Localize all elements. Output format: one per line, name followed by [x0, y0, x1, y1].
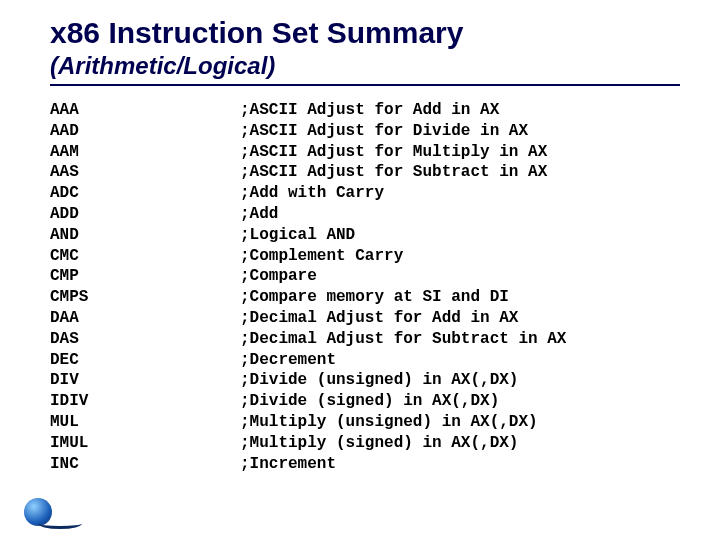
mnemonic-cell: AND: [50, 225, 240, 246]
slide-title: x86 Instruction Set Summary: [50, 10, 680, 50]
description-cell: ;Divide (unsigned) in AX(,DX): [240, 370, 566, 391]
mnemonic-cell: MUL: [50, 412, 240, 433]
table-row: AAA;ASCII Adjust for Add in AX: [50, 100, 566, 121]
table-row: AAS;ASCII Adjust for Subtract in AX: [50, 162, 566, 183]
description-cell: ;Increment: [240, 454, 566, 475]
mnemonic-cell: INC: [50, 454, 240, 475]
table-row: CMC;Complement Carry: [50, 246, 566, 267]
mnemonic-cell: DAA: [50, 308, 240, 329]
footer-logo: [24, 498, 84, 528]
table-row: MUL;Multiply (unsigned) in AX(,DX): [50, 412, 566, 433]
table-row: DIV;Divide (unsigned) in AX(,DX): [50, 370, 566, 391]
description-cell: ;Complement Carry: [240, 246, 566, 267]
title-divider: [50, 84, 680, 86]
mnemonic-cell: ADC: [50, 183, 240, 204]
table-row: IMUL;Multiply (signed) in AX(,DX): [50, 433, 566, 454]
slide-subtitle: (Arithmetic/Logical): [50, 52, 680, 80]
mnemonic-cell: AAM: [50, 142, 240, 163]
description-cell: ;ASCII Adjust for Add in AX: [240, 100, 566, 121]
table-row: IDIV;Divide (signed) in AX(,DX): [50, 391, 566, 412]
table-row: CMPS;Compare memory at SI and DI: [50, 287, 566, 308]
description-cell: ;Decimal Adjust for Add in AX: [240, 308, 566, 329]
description-cell: ;Compare memory at SI and DI: [240, 287, 566, 308]
table-row: CMP;Compare: [50, 266, 566, 287]
description-cell: ;Multiply (unsigned) in AX(,DX): [240, 412, 566, 433]
mnemonic-cell: ADD: [50, 204, 240, 225]
mnemonic-cell: DEC: [50, 350, 240, 371]
mnemonic-cell: IDIV: [50, 391, 240, 412]
description-cell: ;ASCII Adjust for Subtract in AX: [240, 162, 566, 183]
mnemonic-cell: CMPS: [50, 287, 240, 308]
description-cell: ;Add with Carry: [240, 183, 566, 204]
description-cell: ;Multiply (signed) in AX(,DX): [240, 433, 566, 454]
description-cell: ;ASCII Adjust for Divide in AX: [240, 121, 566, 142]
description-cell: ;Add: [240, 204, 566, 225]
description-cell: ;ASCII Adjust for Multiply in AX: [240, 142, 566, 163]
table-row: INC;Increment: [50, 454, 566, 475]
slide: x86 Instruction Set Summary (Arithmetic/…: [0, 0, 720, 540]
table-row: DAA;Decimal Adjust for Add in AX: [50, 308, 566, 329]
description-cell: ;Divide (signed) in AX(,DX): [240, 391, 566, 412]
table-row: ADC;Add with Carry: [50, 183, 566, 204]
mnemonic-cell: CMC: [50, 246, 240, 267]
instruction-table: AAA;ASCII Adjust for Add in AXAAD;ASCII …: [50, 100, 566, 474]
mnemonic-cell: AAA: [50, 100, 240, 121]
table-row: AND;Logical AND: [50, 225, 566, 246]
mnemonic-cell: IMUL: [50, 433, 240, 454]
table-row: ADD;Add: [50, 204, 566, 225]
mnemonic-cell: AAS: [50, 162, 240, 183]
mnemonic-cell: AAD: [50, 121, 240, 142]
description-cell: ;Logical AND: [240, 225, 566, 246]
table-row: AAD;ASCII Adjust for Divide in AX: [50, 121, 566, 142]
mnemonic-cell: DAS: [50, 329, 240, 350]
description-cell: ;Decimal Adjust for Subtract in AX: [240, 329, 566, 350]
description-cell: ;Compare: [240, 266, 566, 287]
mnemonic-cell: CMP: [50, 266, 240, 287]
swoosh-icon: [38, 516, 82, 529]
mnemonic-cell: DIV: [50, 370, 240, 391]
description-cell: ;Decrement: [240, 350, 566, 371]
table-row: AAM;ASCII Adjust for Multiply in AX: [50, 142, 566, 163]
table-row: DEC;Decrement: [50, 350, 566, 371]
table-row: DAS;Decimal Adjust for Subtract in AX: [50, 329, 566, 350]
